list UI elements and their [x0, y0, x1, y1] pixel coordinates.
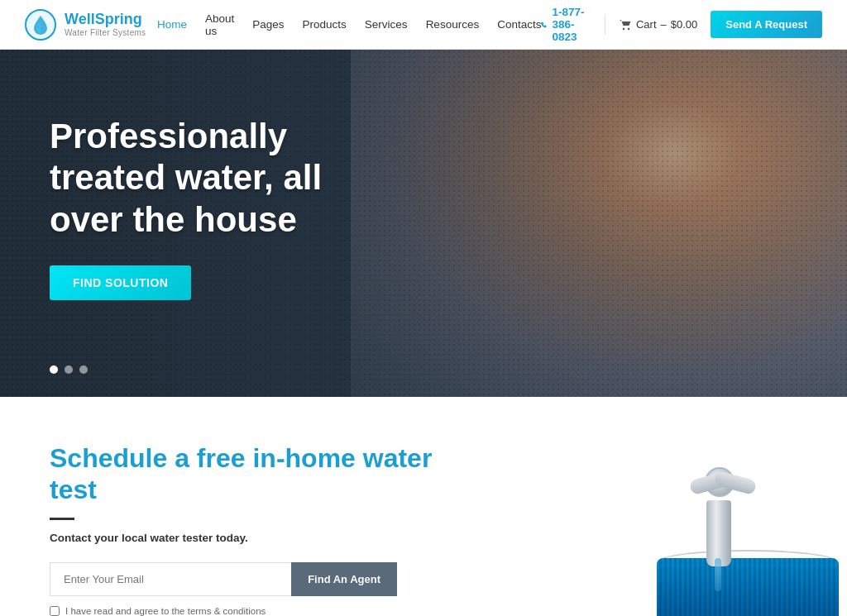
- faucet-body: [690, 467, 756, 566]
- slide-dot-2[interactable]: [65, 365, 73, 374]
- section-title: Schedule a free in-home water test: [50, 442, 463, 506]
- nav-item-resources[interactable]: Resources: [426, 18, 480, 31]
- cart-area[interactable]: Cart – $0.00: [619, 18, 697, 31]
- slide-dot-1[interactable]: [50, 365, 58, 374]
- filter-cylinder: [657, 558, 839, 616]
- nav-item-about[interactable]: About us: [205, 12, 234, 37]
- terms-checkbox-area: I have read and agree to the terms & con…: [50, 606, 463, 616]
- section-subtitle: Contact your local water tester today.: [50, 532, 463, 544]
- phone-icon: [541, 19, 547, 31]
- logo-area[interactable]: WellSpring Water Filter Systems: [25, 9, 157, 41]
- slide-dot-3[interactable]: [79, 365, 88, 374]
- cart-separator: –: [661, 18, 667, 31]
- email-input[interactable]: [50, 562, 291, 596]
- email-form: Find An Agent: [50, 562, 397, 596]
- faucet-spout: [706, 500, 731, 566]
- nav-item-pages[interactable]: Pages: [252, 18, 284, 31]
- svg-point-1: [623, 27, 624, 29]
- hero-dots-nav: [50, 365, 88, 374]
- nav-item-products[interactable]: Products: [303, 18, 347, 31]
- phone-area[interactable]: 1-877-386-0823: [541, 6, 591, 43]
- section-divider: [50, 518, 74, 520]
- cart-amount: $0.00: [671, 18, 698, 31]
- terms-checkbox[interactable]: [50, 606, 60, 616]
- phone-number: 1-877-386-0823: [552, 6, 591, 43]
- water-stream: [715, 558, 721, 591]
- nav-item-services[interactable]: Services: [365, 18, 408, 31]
- nav-item-contacts[interactable]: Contacts: [497, 18, 541, 31]
- header-right: 1-877-386-0823 Cart – $0.00 Send A Reque…: [541, 6, 822, 43]
- find-agent-button[interactable]: Find An Agent: [291, 562, 397, 596]
- logo-icon: [25, 9, 56, 41]
- hero-section: Professionally treated water, all over t…: [0, 50, 847, 397]
- cart-icon: [619, 19, 632, 31]
- nav-item-home[interactable]: Home: [157, 18, 187, 31]
- water-test-content: Schedule a free in-home water test Conta…: [50, 442, 463, 616]
- faucet-image-area: [516, 418, 847, 616]
- hero-title: Professionally treated water, all over t…: [50, 116, 380, 241]
- send-request-button[interactable]: Send A Request: [711, 11, 822, 38]
- water-test-section: Schedule a free in-home water test Conta…: [0, 397, 847, 616]
- brand-tagline: Water Filter Systems: [65, 28, 146, 37]
- terms-label: I have read and agree to the terms & con…: [65, 606, 266, 616]
- brand-name: WellSpring: [65, 12, 146, 28]
- hero-content: Professionally treated water, all over t…: [0, 50, 430, 366]
- svg-point-2: [628, 27, 629, 29]
- logo-text-group: WellSpring Water Filter Systems: [65, 12, 146, 37]
- cart-label: Cart: [636, 18, 657, 31]
- find-solution-button[interactable]: Find Solution: [50, 265, 191, 300]
- site-header: WellSpring Water Filter Systems Home Abo…: [0, 0, 847, 50]
- main-nav: Home About us Pages Products Services Re…: [157, 12, 541, 37]
- faucet-illustration: [516, 418, 847, 616]
- header-divider: [605, 15, 605, 35]
